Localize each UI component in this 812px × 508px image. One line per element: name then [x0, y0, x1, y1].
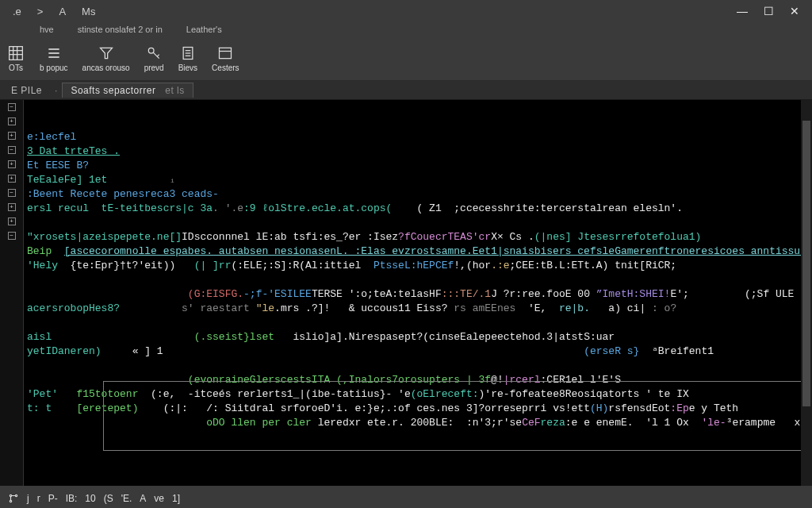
fold-icon[interactable]: − — [8, 189, 16, 197]
file-indicator: E PILe — [3, 83, 50, 98]
code-line: TeEaleFe] 1et ᵢ — [27, 173, 809, 187]
tool-grid[interactable]: OTs — [6, 44, 25, 72]
code-line: 3 Dat trteTes . — [27, 144, 809, 159]
submenu-item-1[interactable]: stinste onslafet 2 or in — [78, 25, 163, 34]
maximize-icon[interactable]: ☐ — [764, 5, 774, 17]
menu-item-1[interactable]: > — [31, 4, 50, 19]
code-line: Et EESE B? — [27, 159, 809, 173]
menu-item-0[interactable]: .e — [6, 4, 28, 19]
tool-key[interactable]: prevd — [144, 44, 164, 72]
gutter-row[interactable] — [0, 243, 23, 257]
tool-label: b popuc — [40, 64, 68, 72]
code-line: yetIDaneren) « ] 1 (erseR s} ᵃBreifent1 — [27, 344, 809, 359]
fold-icon[interactable]: + — [8, 160, 16, 168]
gutter-row[interactable] — [0, 257, 23, 271]
code-line — [27, 316, 809, 330]
tool-sheet[interactable]: Bievs — [178, 44, 197, 72]
fold-icon[interactable]: − — [8, 146, 16, 154]
gutter-row[interactable] — [0, 271, 23, 286]
tool-list[interactable]: b popuc — [40, 44, 68, 72]
tool-window[interactable]: Cesters — [212, 44, 239, 72]
status-item-6[interactable]: 'E. — [121, 493, 132, 504]
gutter-row[interactable]: + — [0, 200, 23, 214]
tool-label: Cesters — [212, 64, 239, 72]
grid-icon — [6, 44, 25, 62]
scrollbar-thumb[interactable] — [802, 121, 810, 406]
fold-icon[interactable]: − — [8, 103, 16, 111]
status-item-4[interactable]: 10 — [85, 493, 95, 504]
sub-menu-bar: hve stinste onslafet 2 or in Leather's — [0, 22, 812, 37]
tab-bar: E PILe · Soafts sepactorrer et ls — [0, 81, 812, 100]
list-icon — [44, 44, 63, 62]
gutter-row[interactable]: − — [0, 143, 23, 157]
vertical-scrollbar[interactable] — [801, 100, 812, 486]
fold-icon[interactable]: − — [8, 232, 16, 240]
gutter-row[interactable] — [0, 471, 23, 486]
code-line: 'Hely {te:Epr}†t?'eit)) (| ]rr(:ELE;:S]:… — [27, 259, 809, 273]
toolbar: OTs b popuc ancas orouso prevd Bievs Ces… — [0, 37, 812, 81]
minimize-icon[interactable]: — — [737, 5, 748, 17]
status-item-5[interactable]: (S — [104, 493, 113, 504]
status-item-9[interactable]: 1] — [172, 493, 180, 504]
fold-icon[interactable]: + — [8, 175, 16, 183]
code-line: ersl recul tE-teitbescrs|c 3a. '.e:9 ℓol… — [27, 202, 809, 216]
status-item-7[interactable]: A — [140, 493, 146, 504]
fold-icon[interactable]: + — [8, 217, 16, 225]
editor: −++−++−++− e:lecfel3 Dat trteTes .Et EES… — [0, 100, 812, 486]
gutter-row[interactable] — [0, 314, 23, 329]
tool-label: Bievs — [178, 64, 197, 72]
gutter-row[interactable]: + — [0, 157, 23, 171]
code-line: (G:EISFG.-;f-'ESILEETERSE ':o;teA:telasH… — [27, 287, 809, 302]
gutter-row[interactable] — [0, 414, 23, 429]
gutter-row[interactable] — [0, 357, 23, 371]
gutter-row[interactable]: − — [0, 100, 23, 114]
gutter-row[interactable] — [0, 300, 23, 314]
gutter-row[interactable] — [0, 386, 23, 400]
status-item-2[interactable]: P- — [48, 493, 58, 504]
gutter-row[interactable]: + — [0, 214, 23, 229]
status-item-8[interactable]: ve — [154, 493, 164, 504]
svg-point-19 — [15, 495, 17, 496]
code-line: (evonraineGlerscestsITA (,Inalors7orosup… — [27, 373, 809, 387]
tool-label: OTs — [9, 64, 23, 72]
code-line: aisl (.sseist}lset islio]a].Nirespasept?… — [27, 330, 809, 344]
gutter-row[interactable] — [0, 343, 23, 357]
code-line: Beip [ascecoromnolle espabes. autabsen n… — [27, 244, 809, 259]
svg-point-8 — [148, 48, 154, 53]
gutter-row[interactable]: + — [0, 171, 23, 186]
tool-filter[interactable]: ancas orouso — [82, 44, 130, 72]
gutter-row[interactable] — [0, 443, 23, 457]
code-line: e:lecfel — [27, 130, 809, 144]
close-icon[interactable]: ✕ — [790, 5, 799, 17]
gutter-row[interactable]: − — [0, 229, 23, 243]
code-line — [27, 273, 809, 287]
gutter-row[interactable]: + — [0, 129, 23, 143]
gutter-row[interactable] — [0, 286, 23, 300]
submenu-item-2[interactable]: Leather's — [186, 25, 222, 34]
key-icon — [144, 44, 163, 62]
window-icon — [216, 44, 235, 62]
fold-icon[interactable]: + — [8, 203, 16, 211]
fold-icon[interactable]: + — [8, 117, 16, 125]
menu-item-3[interactable]: Ms — [75, 4, 102, 19]
status-item-0[interactable]: j — [27, 493, 29, 504]
status-item-3[interactable]: IB: — [66, 493, 78, 504]
code-line: oDO llen per cler leredxr ete.r. 200BLE:… — [27, 416, 809, 430]
submenu-item-0[interactable]: hve — [40, 25, 54, 34]
gutter-row[interactable] — [0, 457, 23, 471]
active-tab[interactable]: Soafts sepactorrer et ls — [62, 83, 193, 98]
fold-icon[interactable]: + — [8, 132, 16, 140]
gutter-row[interactable] — [0, 329, 23, 343]
code-area[interactable]: e:lecfel3 Dat trteTes .Et EESE B?TeEaleF… — [24, 100, 812, 486]
gutter: −++−++−++− — [0, 100, 24, 486]
svg-point-17 — [10, 495, 11, 496]
gutter-row[interactable] — [0, 400, 23, 414]
gutter-row[interactable] — [0, 429, 23, 443]
filter-icon — [97, 44, 116, 62]
gutter-row[interactable]: − — [0, 186, 23, 200]
gutter-row[interactable] — [0, 371, 23, 386]
menu-item-2[interactable]: A — [52, 4, 72, 19]
gutter-row[interactable]: + — [0, 114, 23, 129]
status-item-1[interactable]: r — [37, 493, 40, 504]
status-branch-icon[interactable] — [8, 493, 19, 504]
